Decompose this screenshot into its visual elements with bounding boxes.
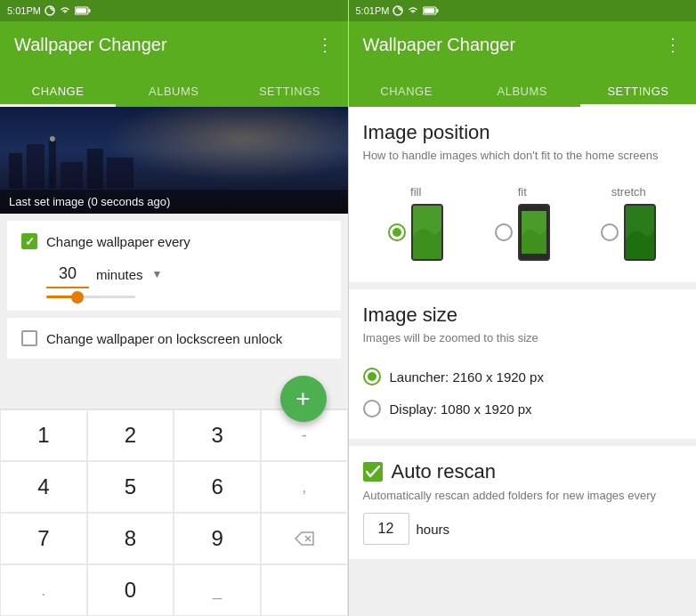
fit-label: fit [518,185,527,199]
lockscreen-checkbox[interactable] [21,330,37,346]
numpad-9[interactable]: 9 [174,513,261,564]
image-position-section: Image position How to handle images whic… [349,107,697,282]
right-panel-body: Image position How to handle images whic… [349,107,697,616]
interval-unit-label: minutes [96,267,143,282]
svg-rect-9 [107,158,134,189]
left-app-title: Wallpaper Changer [14,35,167,55]
left-tab-change[interactable]: CHANGE [0,85,116,107]
right-tabs: CHANGE ALBUMS SETTINGS [349,68,697,107]
done-checkmark-icon [295,583,313,597]
image-size-title: Image size [363,304,683,327]
status-time-right: 5:01PM [356,5,440,16]
numpad-1[interactable]: 1 [0,409,87,461]
autorescan-title-row: Auto rescan [363,460,683,483]
launcher-radio[interactable] [363,368,381,385]
right-app-title: Wallpaper Changer [363,35,516,55]
interval-slider[interactable] [46,296,135,298]
lockscreen-card: Change wallpaper on lockscreen unlock [7,318,341,359]
fab-add[interactable]: + [280,376,327,422]
left-app-header: Wallpaper Changer ⋮ [0,21,348,68]
signal-icon [45,5,55,16]
display-radio[interactable] [363,400,381,417]
svg-rect-6 [49,140,56,189]
numpad-6[interactable]: 6 [174,461,261,513]
left-tabs: CHANGE ALBUMS SETTINGS [0,68,348,107]
autorescan-desc: Automatically rescan added folders for n… [363,489,683,502]
fit-radio[interactable] [495,223,513,241]
numpad: 1 2 3 - 4 5 6 , 7 8 9 . 0 _ [0,409,348,616]
left-panel-body: Last set image (0 seconds ago) ✓ Change … [0,107,348,409]
launcher-label: Launcher: 2160 x 1920 px [390,369,544,385]
right-tab-albums[interactable]: ALBUMS [465,85,580,107]
city-skyline-icon [0,135,348,189]
battery-icon [75,5,91,16]
change-wallpaper-card: ✓ Change wallpaper every minutes ▼ [7,221,341,311]
change-wallpaper-row: ✓ Change wallpaper every [21,233,327,249]
numpad-comma[interactable]: , [261,461,348,513]
numpad-backspace[interactable] [261,513,348,564]
hours-input[interactable] [363,513,409,545]
right-battery-icon [423,5,439,16]
numpad-4[interactable]: 4 [0,461,87,513]
numpad-done[interactable] [261,564,348,616]
svg-rect-7 [61,162,83,189]
interval-input[interactable] [46,260,89,288]
right-tab-settings[interactable]: SETTINGS [580,85,696,107]
fit-phone-preview [518,204,550,261]
numpad-8[interactable]: 8 [87,513,174,564]
right-overflow-menu[interactable]: ⋮ [664,34,682,55]
change-wallpaper-label: Change wallpaper every [46,234,190,249]
right-app-header: Wallpaper Changer ⋮ [349,21,697,68]
image-size-desc: Images will be zoomed to this size [363,330,683,346]
svg-point-10 [50,136,55,142]
svg-rect-2 [88,9,90,12]
svg-rect-3 [76,8,86,13]
stretch-phone-preview [624,204,656,261]
hours-row: hours [363,513,683,545]
numpad-2[interactable]: 2 [87,409,174,461]
svg-rect-4 [9,153,22,189]
fill-phone-preview [411,204,443,261]
interval-row: minutes ▼ [21,260,327,288]
right-signal-icon [393,5,403,16]
display-label: Display: 1080 x 1920 px [390,401,532,417]
left-tab-settings[interactable]: SETTINGS [231,85,347,107]
auto-rescan-section: Auto rescan Automatically rescan added f… [349,446,697,559]
checkmark-icon: ✓ [25,235,35,248]
time-left: 5:01PM [7,5,41,16]
fill-radio-row [388,204,443,261]
fill-preview-icon [413,206,441,259]
left-overflow-menu[interactable]: ⋮ [316,34,334,55]
left-panel: 5:01PM Wallpaper Changer ⋮ CHANGE ALBUMS… [0,0,348,616]
status-time-left: 5:01PM [7,5,91,16]
autorescan-checkmark-icon [366,466,380,478]
fill-radio[interactable] [388,223,406,241]
svg-rect-5 [27,144,45,189]
change-wallpaper-checkbox[interactable]: ✓ [21,233,37,249]
numpad-done-circle[interactable] [295,578,313,603]
slider-thumb[interactable] [71,291,84,304]
position-fit: fit [495,185,550,261]
numpad-0[interactable]: 0 [87,564,174,616]
numpad-underscore[interactable]: _ [174,564,261,616]
image-position-title: Image position [363,121,683,144]
autorescan-title: Auto rescan [392,460,496,483]
numpad-3[interactable]: 3 [174,409,261,461]
numpad-5[interactable]: 5 [87,461,174,513]
right-tab-change[interactable]: CHANGE [349,85,465,107]
slider-row [21,296,327,298]
size-launcher: Launcher: 2160 x 1920 px [363,361,683,393]
left-tab-albums[interactable]: ALBUMS [116,85,231,107]
interval-dropdown-arrow[interactable]: ▼ [152,268,163,280]
numpad-7[interactable]: 7 [0,513,87,564]
numpad-dot[interactable]: . [0,564,87,616]
autorescan-checkbox[interactable] [363,462,383,482]
stretch-radio-row [601,204,656,261]
lockscreen-row: Change wallpaper on lockscreen unlock [21,330,327,346]
image-position-desc: How to handle images which don't fit to … [363,148,683,164]
right-wifi-icon [407,5,419,16]
fill-label: fill [410,185,421,199]
hours-label: hours [417,522,450,537]
position-fill: fill [388,185,443,261]
stretch-radio[interactable] [601,223,619,241]
